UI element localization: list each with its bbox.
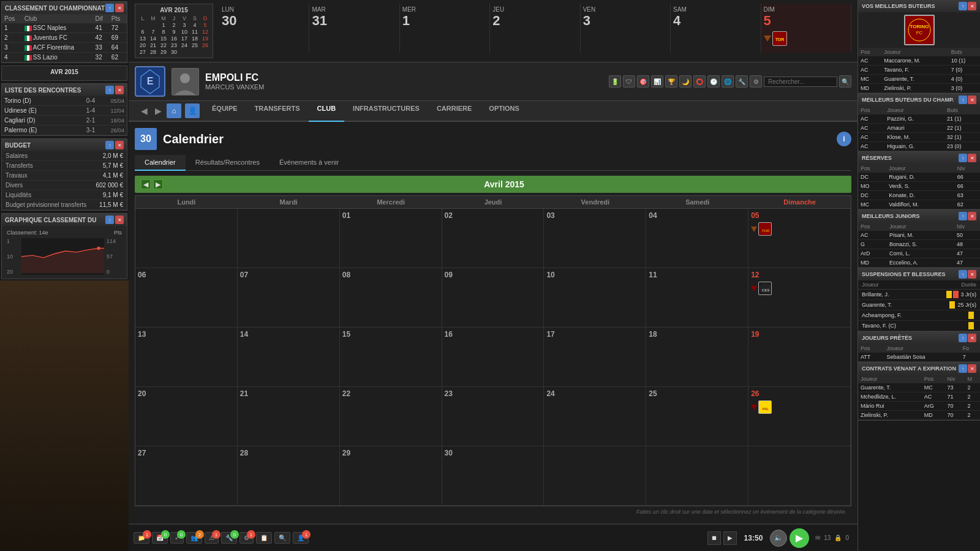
cal-info-btn[interactable]: i: [837, 132, 851, 146]
table-row[interactable]: ACKlose, M.32 (1): [858, 133, 980, 142]
table-row[interactable]: ACAmauri22 (1): [858, 124, 980, 133]
suspension-row[interactable]: Guarente, T. 25 Jr(s): [858, 300, 980, 310]
cal-cell[interactable]: 30: [442, 446, 545, 506]
contracts-expand-btn[interactable]: ↑: [959, 364, 967, 373]
cal-tab-evenements[interactable]: Événements à venir: [270, 155, 349, 171]
mini-day-10[interactable]: 10: [179, 29, 189, 35]
mini-day-4[interactable]: 4: [190, 22, 200, 28]
cal-cell[interactable]: 13: [135, 328, 238, 387]
cal-cell[interactable]: 23: [442, 387, 545, 446]
mini-day-19[interactable]: 19: [200, 36, 210, 42]
mini-day-1[interactable]: 1: [159, 22, 168, 28]
nav-carriere[interactable]: CARRIERE: [428, 101, 480, 122]
tb-person-btn[interactable]: 👤 1: [293, 532, 309, 544]
matches-close-btn[interactable]: ✕: [115, 86, 124, 94]
loans-expand-btn[interactable]: ↑: [959, 334, 967, 342]
table-row[interactable]: MDEccelino, A.47: [858, 258, 980, 268]
matches-expand-btn[interactable]: ↑: [105, 86, 114, 94]
cal-tab-resultats[interactable]: Résultats/Rencontres: [186, 155, 270, 171]
budget-close-btn[interactable]: ✕: [115, 141, 124, 149]
nav-transferts[interactable]: TRANSFERTS: [246, 101, 309, 122]
champ-scorers-expand-btn[interactable]: ↑: [959, 96, 967, 104]
nav-options[interactable]: OPTIONS: [480, 101, 528, 122]
media-stop-btn[interactable]: ⏹: [707, 531, 721, 545]
nav-equipe[interactable]: ÉQUIPE: [203, 101, 246, 122]
champ-scorers-close-btn[interactable]: ✕: [968, 96, 976, 104]
mini-day-12[interactable]: 12: [200, 29, 210, 35]
mini-day-14[interactable]: 14: [148, 36, 158, 42]
cal-cell[interactable]: [748, 446, 851, 506]
toolbar-moon-icon[interactable]: 🌙: [679, 75, 692, 88]
mini-day-16[interactable]: 16: [169, 36, 179, 42]
mini-day-26[interactable]: 26: [200, 42, 210, 48]
mini-day-25[interactable]: 25: [190, 42, 200, 48]
toolbar-tools-icon[interactable]: 🔧: [736, 75, 748, 88]
cal-cell[interactable]: 21: [238, 387, 340, 446]
toolbar-shield-icon[interactable]: 🛡: [623, 75, 635, 88]
tb-folder-btn[interactable]: 📁 1: [134, 532, 149, 544]
table-row[interactable]: ATTSebastián Sosa7: [858, 353, 980, 362]
media-play-btn[interactable]: ▶: [723, 531, 737, 545]
mini-day-23[interactable]: 23: [169, 42, 179, 48]
youth-close-btn[interactable]: ✕: [968, 212, 976, 220]
month-prev-btn[interactable]: ◀: [141, 179, 151, 189]
tb-users-btn[interactable]: 👥 2: [186, 532, 202, 544]
cal-cell[interactable]: [544, 446, 646, 506]
cal-cell[interactable]: 07: [238, 268, 340, 328]
championship-close-btn[interactable]: ✕: [115, 4, 124, 12]
youth-expand-btn[interactable]: ↑: [959, 212, 967, 220]
tb-clipboard-btn[interactable]: 📋: [256, 532, 272, 544]
suspension-row[interactable]: Brillante, J. 3 Jr(s): [858, 290, 980, 300]
cal-cell[interactable]: 03: [544, 209, 646, 268]
nav-club[interactable]: CLUB: [309, 101, 345, 122]
reserves-expand-btn[interactable]: ↑: [959, 154, 967, 162]
graph-expand-btn[interactable]: ↑: [105, 216, 114, 224]
cal-cell[interactable]: 02: [442, 209, 545, 268]
mini-day-empty1[interactable]: [138, 22, 148, 28]
contracts-close-btn[interactable]: ✕: [968, 364, 976, 373]
cal-cell[interactable]: 09: [442, 268, 545, 328]
match-row[interactable]: Torino (D) 0-4 05/04: [2, 96, 127, 106]
tb-settings-btn[interactable]: ⚙ 1: [239, 532, 254, 544]
cal-cell[interactable]: 11: [646, 268, 748, 328]
nav-forward-btn[interactable]: ▶: [153, 105, 164, 117]
match-row[interactable]: Udinese (E) 1-4 12/04: [2, 106, 127, 116]
toolbar-target-icon[interactable]: 🎯: [637, 75, 649, 88]
match-row[interactable]: Palermo (E) 3-1 26/04: [2, 126, 127, 135]
tb-warn-btn[interactable]: ⚠ 1: [205, 532, 219, 544]
mini-day-6[interactable]: 6: [138, 29, 148, 35]
speaker-icon[interactable]: 🔈: [770, 530, 787, 547]
table-row[interactable]: DCKonate, D.63: [858, 191, 980, 200]
cal-cell[interactable]: [135, 209, 238, 268]
cal-cell[interactable]: 04: [646, 209, 748, 268]
mini-day-3[interactable]: 3: [179, 22, 189, 28]
mini-day-27[interactable]: 27: [138, 49, 148, 55]
toolbar-bar-chart-icon[interactable]: 📊: [651, 75, 663, 88]
club-logo[interactable]: E: [135, 66, 165, 97]
toolbar-trophy-icon[interactable]: 🏆: [665, 75, 677, 88]
champ-row[interactable]: 2 Juventus FC 42 69: [2, 33, 127, 43]
suspensions-close-btn[interactable]: ✕: [968, 270, 976, 279]
top-scorers-expand-btn[interactable]: ↑: [959, 2, 967, 10]
mini-day-7[interactable]: 7: [148, 29, 158, 35]
cal-cell[interactable]: 01: [340, 209, 442, 268]
mini-day-30[interactable]: 30: [169, 49, 179, 55]
mini-day-20[interactable]: 20: [138, 42, 148, 48]
suspension-row[interactable]: Acheampong, F.: [858, 310, 980, 321]
toolbar-globe-icon[interactable]: 🌐: [722, 75, 734, 88]
cal-cell[interactable]: 25: [646, 387, 748, 446]
mini-day-empty2[interactable]: [148, 22, 158, 28]
match-row[interactable]: Cagliari (D) 2-1 18/04: [2, 116, 127, 126]
cal-cell[interactable]: 08: [340, 268, 442, 328]
tb-cone-btn[interactable]: 🔧 0: [221, 532, 237, 544]
mini-day-28[interactable]: 28: [148, 49, 158, 55]
champ-row[interactable]: 1 SSC Naples 41 72: [2, 23, 127, 33]
nav-person-btn[interactable]: 👤: [185, 103, 200, 118]
cal-cell[interactable]: 10: [544, 268, 646, 328]
cal-cell[interactable]: 29: [340, 446, 442, 506]
suspension-row[interactable]: Tavano, F. (C): [858, 321, 980, 331]
table-row[interactable]: Guarente, T.MC732: [858, 383, 980, 392]
table-row[interactable]: ACMaccarone, M.10 (1): [858, 56, 980, 66]
suspensions-expand-btn[interactable]: ↑: [959, 270, 967, 279]
mini-day-21[interactable]: 21: [148, 42, 158, 48]
